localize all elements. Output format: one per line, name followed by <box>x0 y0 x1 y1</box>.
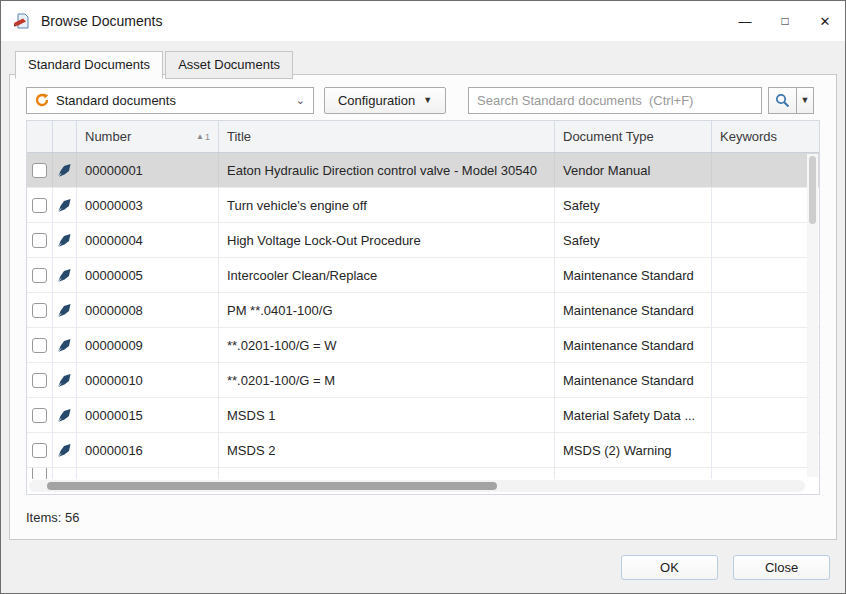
row-keywords <box>712 398 819 432</box>
row-title: High Voltage Lock-Out Procedure <box>219 223 555 257</box>
row-number: 00000016 <box>77 433 219 467</box>
ok-button[interactable]: OK <box>621 555 718 580</box>
vertical-scrollbar[interactable] <box>807 154 818 477</box>
document-pen-icon <box>57 163 72 178</box>
tab-asset-documents[interactable]: Asset Documents <box>165 51 293 79</box>
vertical-scrollbar-thumb[interactable] <box>809 156 816 224</box>
search-options-button[interactable]: ▼ <box>797 87 814 114</box>
minimize-button[interactable]: — <box>725 1 765 41</box>
maximize-button[interactable]: □ <box>765 1 805 41</box>
table-row[interactable]: 00000016 MSDS 2 MSDS (2) Warning <box>27 433 819 468</box>
table-row-partial[interactable] <box>27 468 819 479</box>
row-keywords <box>712 258 819 292</box>
row-checkbox[interactable] <box>32 338 47 353</box>
standard-documents-panel: Standard documents ⌄ Configuration ▼ ▼ <box>9 74 837 540</box>
document-pen-icon <box>57 373 72 388</box>
tab-standard-documents[interactable]: Standard Documents <box>15 51 163 79</box>
row-checkbox[interactable] <box>32 303 47 318</box>
row-checkbox[interactable] <box>32 233 47 248</box>
row-title: Intercooler Clean/Replace <box>219 258 555 292</box>
orange-refresh-icon <box>35 93 49 107</box>
row-document-type: Safety <box>555 188 712 222</box>
table-row[interactable]: 00000015 MSDS 1 Material Safety Data ... <box>27 398 819 433</box>
row-number: 00000003 <box>77 188 219 222</box>
configuration-button[interactable]: Configuration ▼ <box>324 87 446 114</box>
caret-down-icon: ▼ <box>801 95 810 105</box>
document-pen-icon <box>57 443 72 458</box>
row-number: 00000009 <box>77 328 219 362</box>
magnifier-icon <box>775 93 790 108</box>
row-title: **.0201-100/G = W <box>219 328 555 362</box>
document-pen-icon <box>57 338 72 353</box>
row-keywords <box>712 223 819 257</box>
row-number: 00000004 <box>77 223 219 257</box>
row-title: PM **.0401-100/G <box>219 293 555 327</box>
search-button[interactable] <box>768 87 797 114</box>
header-document-type[interactable]: Document Type <box>555 121 712 152</box>
document-pen-icon <box>57 303 72 318</box>
header-icon-column <box>53 121 77 152</box>
row-number: 00000008 <box>77 293 219 327</box>
row-number: 00000015 <box>77 398 219 432</box>
row-checkbox[interactable] <box>32 198 47 213</box>
row-checkbox[interactable] <box>32 468 47 479</box>
window-title: Browse Documents <box>41 13 162 29</box>
titlebar: Browse Documents — □ ✕ <box>1 1 845 41</box>
table-row[interactable]: 00000008 PM **.0401-100/G Maintenance St… <box>27 293 819 328</box>
close-button[interactable]: ✕ <box>805 1 845 41</box>
table-row[interactable]: 00000009 **.0201-100/G = W Maintenance S… <box>27 328 819 363</box>
close-dialog-button[interactable]: Close <box>733 555 830 580</box>
row-number: 00000001 <box>77 153 219 187</box>
sort-indicator: ▲1 <box>196 132 210 142</box>
row-document-type: Maintenance Standard <box>555 293 712 327</box>
document-pen-icon <box>57 198 72 213</box>
row-checkbox[interactable] <box>32 408 47 423</box>
table-row[interactable]: 00000010 **.0201-100/G = M Maintenance S… <box>27 363 819 398</box>
row-number: 00000005 <box>77 258 219 292</box>
table-row[interactable]: 00000004 High Voltage Lock-Out Procedure… <box>27 223 819 258</box>
chevron-down-icon: ⌄ <box>296 94 305 107</box>
tab-bar: Standard Documents Asset Documents <box>15 51 295 79</box>
document-edit-icon <box>13 12 31 30</box>
browse-documents-dialog: Browse Documents — □ ✕ Standard Document… <box>0 0 846 594</box>
row-number: 00000010 <box>77 363 219 397</box>
row-checkbox[interactable] <box>32 443 47 458</box>
search-input[interactable] <box>468 87 762 114</box>
row-keywords <box>712 363 819 397</box>
table-header: Number ▲1 Title Document Type Keywords <box>27 121 819 153</box>
row-keywords <box>712 433 819 467</box>
row-document-type: Material Safety Data ... <box>555 398 712 432</box>
window-controls: — □ ✕ <box>725 1 845 41</box>
items-count: Items: 56 <box>26 510 79 525</box>
table-row[interactable]: 00000001 Eaton Hydraulic Direction contr… <box>27 153 819 188</box>
toolbar: Standard documents ⌄ Configuration ▼ ▼ <box>26 86 820 114</box>
row-keywords <box>712 188 819 222</box>
view-select-value: Standard documents <box>56 93 176 108</box>
configuration-label: Configuration <box>338 93 415 108</box>
row-title: **.0201-100/G = M <box>219 363 555 397</box>
row-keywords <box>712 328 819 362</box>
caret-down-icon: ▼ <box>423 95 432 105</box>
document-pen-icon <box>57 233 72 248</box>
row-keywords <box>712 153 819 187</box>
row-checkbox[interactable] <box>32 373 47 388</box>
document-pen-icon <box>57 408 72 423</box>
header-title[interactable]: Title <box>219 121 555 152</box>
horizontal-scrollbar-thumb[interactable] <box>47 482 497 490</box>
table-row[interactable]: 00000005 Intercooler Clean/Replace Maint… <box>27 258 819 293</box>
row-checkbox[interactable] <box>32 163 47 178</box>
document-view-select[interactable]: Standard documents ⌄ <box>26 87 314 114</box>
row-title: Eaton Hydraulic Direction control valve … <box>219 153 555 187</box>
table-row[interactable]: 00000003 Turn vehicle's engine off Safet… <box>27 188 819 223</box>
row-title: MSDS 1 <box>219 398 555 432</box>
row-title: Turn vehicle's engine off <box>219 188 555 222</box>
row-document-type: Safety <box>555 223 712 257</box>
row-document-type: Maintenance Standard <box>555 258 712 292</box>
row-document-type: Maintenance Standard <box>555 328 712 362</box>
header-number[interactable]: Number ▲1 <box>77 121 219 152</box>
header-keywords[interactable]: Keywords <box>712 121 819 152</box>
row-checkbox[interactable] <box>32 268 47 283</box>
row-document-type: Vendor Manual <box>555 153 712 187</box>
horizontal-scrollbar[interactable] <box>29 480 805 492</box>
search-button-group: ▼ <box>768 87 814 114</box>
